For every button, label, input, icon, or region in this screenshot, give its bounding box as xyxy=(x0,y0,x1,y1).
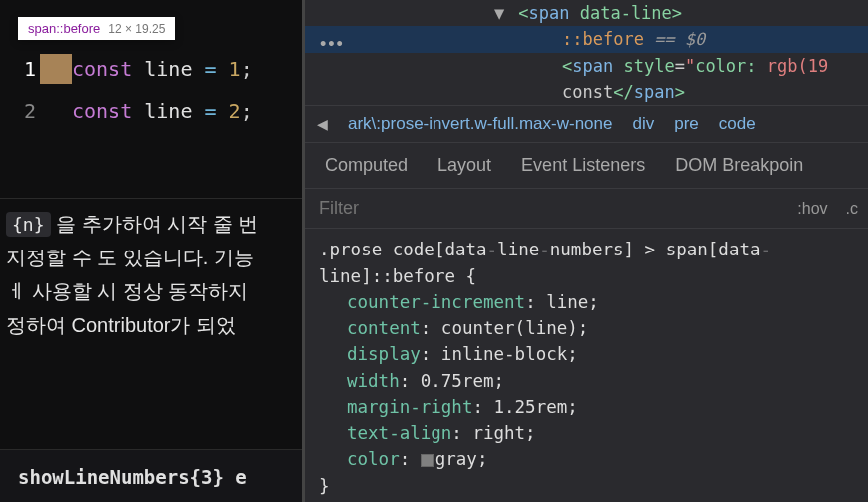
css-close-brace: } xyxy=(319,473,854,499)
code-line[interactable]: 1 const line = 1 ; xyxy=(0,48,302,90)
css-declaration[interactable]: content: counter(line); xyxy=(319,315,854,341)
expand-arrow-icon[interactable]: ▼ xyxy=(494,0,508,26)
breadcrumb: ◀ ark\:prose-invert.w-full.max-w-none di… xyxy=(305,105,868,143)
cls-toggle[interactable]: .c xyxy=(846,200,858,218)
devtools-panel: ••• ▼ <span data-line> ::before == $0 <s… xyxy=(302,0,868,502)
tooltip-selector: span::before xyxy=(28,21,100,36)
color-swatch-icon[interactable] xyxy=(421,454,434,467)
highlight-box xyxy=(40,54,72,84)
css-declaration[interactable]: display: inline-block; xyxy=(319,341,854,367)
code-line[interactable]: 2 const line = 2 ; xyxy=(0,90,302,132)
tree-node-text[interactable]: const</span> xyxy=(494,79,868,105)
css-declaration[interactable]: counter-increment: line; xyxy=(319,289,854,315)
operator: = xyxy=(204,99,216,123)
operator: = xyxy=(204,57,216,81)
line-number: 1 xyxy=(12,57,36,81)
hov-toggle[interactable]: :hov xyxy=(797,200,827,218)
css-declaration[interactable]: color: gray; xyxy=(319,446,854,472)
css-rule-block[interactable]: .prose code[data-line-numbers] > span[da… xyxy=(305,229,868,502)
tab-layout[interactable]: Layout xyxy=(437,155,491,176)
bottom-code-snippet: showLineNumbers{3} e xyxy=(0,449,302,502)
breadcrumb-item[interactable]: ark\:prose-invert.w-full.max-w-none xyxy=(348,114,612,134)
styles-subtabs: Computed Layout Event Listeners DOM Brea… xyxy=(305,143,868,189)
styles-filter-row: :hov .c xyxy=(305,189,868,229)
editor-panel: span::before 12 × 19.25 1 const line = 1… xyxy=(0,0,302,502)
overflow-menu-icon[interactable]: ••• xyxy=(320,34,345,55)
tooltip-dimensions: 12 × 19.25 xyxy=(108,22,165,36)
inline-code: {n} xyxy=(6,212,51,237)
styles-filter-input[interactable] xyxy=(315,190,797,227)
punct: ; xyxy=(241,99,253,123)
number: 1 xyxy=(229,57,241,81)
breadcrumb-item[interactable]: pre xyxy=(674,114,699,134)
tree-node-span[interactable]: ▼ <span data-line> xyxy=(494,0,868,26)
code-block: 1 const line = 1 ; 2 const line = 2 ; xyxy=(0,48,302,132)
tree-node-before-pseudo[interactable]: ::before == $0 xyxy=(305,26,868,52)
elements-tree[interactable]: ▼ <span data-line> ::before == $0 <span … xyxy=(305,0,868,105)
variable: line xyxy=(144,57,192,81)
tree-node-inner-span[interactable]: <span style="color: rgb(19 xyxy=(494,53,868,79)
css-declaration[interactable]: width: 0.75rem; xyxy=(319,368,854,394)
line-number: 2 xyxy=(12,99,36,123)
article-text: {n} 을 추가하여 시작 줄 번 지정할 수 도 있습니다. 기능 ㅔ 사용할… xyxy=(0,198,302,350)
breadcrumb-item[interactable]: div xyxy=(632,114,654,134)
css-declaration[interactable]: margin-right: 1.25rem; xyxy=(319,394,854,420)
number: 2 xyxy=(229,99,241,123)
css-selector[interactable]: .prose code[data-line-numbers] > span[da… xyxy=(319,237,854,289)
keyword: const xyxy=(72,99,132,123)
css-declaration[interactable]: text-align: right; xyxy=(319,420,854,446)
breadcrumb-back-icon[interactable]: ◀ xyxy=(317,116,328,132)
element-tooltip: span::before 12 × 19.25 xyxy=(18,17,175,40)
tab-dom-breakpoints[interactable]: DOM Breakpoin xyxy=(675,155,803,176)
breadcrumb-item[interactable]: code xyxy=(719,114,756,134)
tab-event-listeners[interactable]: Event Listeners xyxy=(521,155,645,176)
keyword: const xyxy=(72,57,132,81)
tab-computed[interactable]: Computed xyxy=(325,155,408,176)
variable: line xyxy=(144,99,192,123)
punct: ; xyxy=(241,57,253,81)
